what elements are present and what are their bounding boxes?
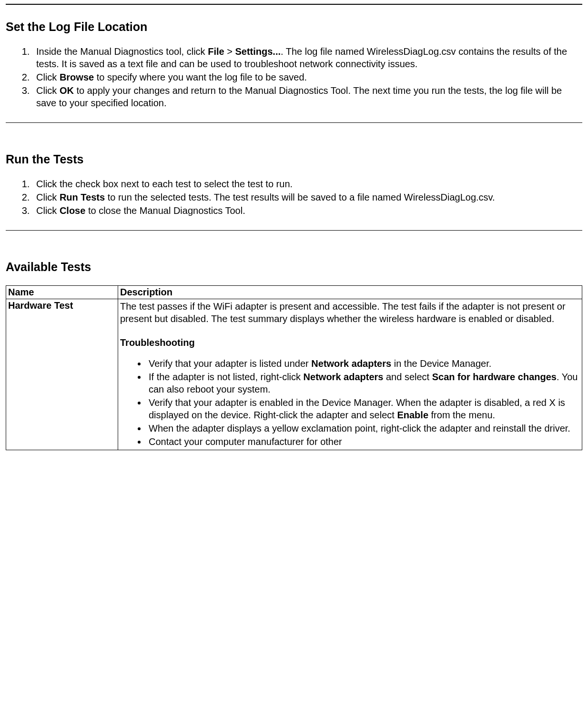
heading-run-the-tests: Run the Tests (6, 152, 582, 166)
cell-test-name: Hardware Test (6, 299, 118, 450)
heading-set-log-file-location: Set the Log File Location (6, 20, 582, 34)
heading-available-tests: Available Tests (6, 260, 582, 274)
column-header-description: Description (118, 286, 582, 299)
list-item: Verify that your adapter is enabled in t… (147, 396, 580, 421)
table-row: Hardware Test The test passes if the WiF… (6, 299, 582, 450)
troubleshooting-subheading: Troubleshooting (120, 336, 580, 349)
table-header-row: Name Description (6, 286, 582, 299)
list-item: Contact your computer manufacturer for o… (147, 435, 580, 448)
list-item: Click Run Tests to run the selected test… (32, 191, 582, 203)
list-item: Click Browse to specify where you want t… (32, 71, 582, 83)
troubleshooting-list: Verify that your adapter is listed under… (120, 357, 580, 448)
cell-test-description: The test passes if the WiFi adapter is p… (118, 299, 582, 450)
available-tests-table: Name Description Hardware Test The test … (6, 285, 582, 450)
divider-top (6, 4, 582, 5)
ordered-list-set-log-file: Inside the Manual Diagnostics tool, clic… (6, 45, 582, 109)
description-summary: The test passes if the WiFi adapter is p… (120, 300, 580, 325)
column-header-name: Name (6, 286, 118, 299)
list-item: Click Close to close the Manual Diagnost… (32, 204, 582, 217)
list-item: Inside the Manual Diagnostics tool, clic… (32, 45, 582, 70)
list-item: If the adapter is not listed, right-clic… (147, 371, 580, 395)
list-item: Click OK to apply your changes and retur… (32, 84, 582, 109)
list-item: Click the check box next to each test to… (32, 178, 582, 190)
list-item: When the adapter displays a yellow excla… (147, 422, 580, 434)
list-item: Verify that your adapter is listed under… (147, 357, 580, 370)
ordered-list-run-tests: Click the check box next to each test to… (6, 178, 582, 217)
